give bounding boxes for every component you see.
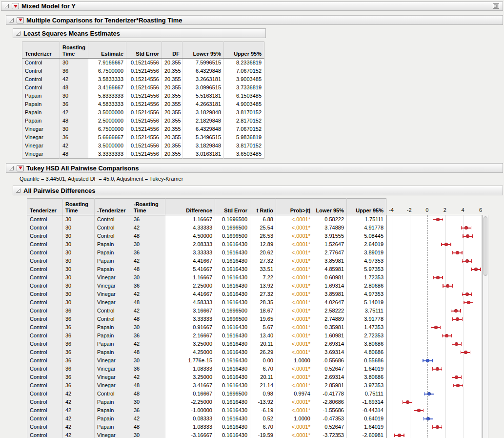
table-row[interactable]: Control36Vinegar483.416670.161643021.14<… [27,381,386,390]
table-row[interactable]: Control307.91666670.1521455620.3557.5996… [22,59,264,67]
table-row[interactable]: Control36Vinegar423.250000.161643020.11<… [27,373,386,381]
disclosure-triangle-icon[interactable] [9,166,14,171]
vertical-scrollbar[interactable] [483,215,488,438]
axis-tick-label: 6 [479,207,482,213]
table-row[interactable]: Control42Vinegar30-3.166670.1616430-19.5… [27,431,386,438]
difference-marker[interactable] [467,301,470,304]
difference-marker[interactable] [427,392,431,396]
difference-marker[interactable] [398,434,401,437]
table-row[interactable]: Vinegar423.50000000.1521455620.3553.1829… [22,142,264,150]
table-row[interactable]: Control36Papain300.916670.16164305.67<.0… [27,323,386,332]
difference-marker[interactable] [445,334,448,337]
difference-marker[interactable] [426,359,429,362]
table-cell: 0.1616430 [215,365,250,373]
table-row[interactable]: Control36Vinegar361.083330.16164306.70<.… [27,365,386,373]
table-cell: 42 [131,340,165,348]
window-layout-icon[interactable] [492,2,500,10]
table-row[interactable]: Vinegar365.66666670.1521455620.3555.3496… [22,133,264,142]
table-row[interactable]: Control30Vinegar484.583330.161643028.35<… [27,298,386,307]
table-row[interactable]: Papain364.58333330.1521455620.3554.26631… [22,100,264,108]
section-title: Least Squares Means Estimates [23,30,120,37]
red-triangle-menu-button[interactable] [17,17,24,23]
table-row[interactable]: Control423.58333330.1521455620.3553.2663… [22,75,264,83]
outline-header-mixed-model[interactable]: Mixed Model for Y [1,1,503,11]
difference-marker[interactable] [426,417,430,420]
table-row[interactable]: Papain305.83333330.1521455620.3555.51631… [22,92,264,100]
difference-marker[interactable] [465,259,469,263]
table-cell: 2.1829848 [182,117,224,125]
table-row[interactable]: Control36Vinegar301.776e-150.16164300.00… [27,356,386,365]
difference-marker[interactable] [446,284,449,288]
table-cell: 20.355 [162,142,182,150]
table-cell: 0.1616430 [215,265,250,273]
table-row[interactable]: Control30Control484.500000.169650026.53<… [27,232,386,240]
difference-marker[interactable] [464,351,467,354]
difference-marker[interactable] [456,317,459,321]
table-cell: 0.1616430 [215,249,250,257]
table-row[interactable]: Control36Papain362.166670.161643013.40<.… [27,332,386,340]
table-row[interactable]: Control30Papain424.416670.161643027.32<.… [27,257,386,265]
table-cell: 2.72353 [347,332,386,340]
table-row[interactable]: Control30Papain485.416670.161643033.51<.… [27,265,386,273]
difference-marker[interactable] [434,326,438,329]
outline-header-all-pairwise-differences[interactable]: All Pairwise Differences [13,186,503,195]
table-row[interactable]: Control30Vinegar362.250000.161643013.92<… [27,282,386,290]
table-row[interactable]: Control30Vinegar301.166670.16164307.22<.… [27,273,386,282]
disclosure-triangle-icon[interactable] [9,18,14,23]
difference-marker[interactable] [455,342,458,346]
outline-header-tukey-hsd[interactable]: Tukey HSD All Pairwise Comparisons [6,163,503,173]
red-triangle-menu-button[interactable] [17,165,24,171]
disclosure-triangle-icon[interactable] [4,3,9,9]
difference-marker[interactable] [454,309,458,313]
table-row[interactable]: Control30Control361.166670.16965006.88<.… [27,215,386,224]
difference-marker[interactable] [474,268,478,271]
table-row[interactable]: Control42Papain30-2.250000.1616430-13.92… [27,398,386,406]
difference-marker[interactable] [406,400,409,404]
table-row[interactable]: Control30Control424.333330.169650025.54<… [27,224,386,232]
table-row[interactable]: Control30Vinegar424.416670.161643027.32<… [27,290,386,298]
difference-marker[interactable] [417,409,421,412]
plot-area[interactable] [386,215,483,438]
scrollbar-thumb[interactable] [484,216,487,276]
table-row[interactable]: Control36Papain484.250000.161643026.29<.… [27,348,386,356]
difference-marker[interactable] [466,234,469,238]
ci-cap [443,284,444,288]
table-cell: 20.355 [162,83,182,92]
disclosure-triangle-icon[interactable] [16,188,21,193]
table-cell: 36 [60,100,88,108]
table-cell: Control [22,83,60,92]
difference-marker[interactable] [455,375,458,379]
difference-marker[interactable] [436,276,440,279]
table-row[interactable]: Vinegar306.75000000.1521455620.3556.4329… [22,125,264,133]
table-cell: 36 [63,365,95,373]
table-row[interactable]: Papain482.50000000.1521455620.3552.18298… [22,117,264,125]
table-row[interactable]: Control42Papain420.083330.16164300.521.0… [27,415,386,423]
table-cell: 2.16667 [165,332,215,340]
table-row[interactable]: Control366.75000000.1521455620.3556.4329… [22,67,264,75]
disclosure-triangle-icon[interactable] [16,31,21,36]
red-triangle-menu-button[interactable] [12,3,19,9]
difference-marker[interactable] [465,292,469,296]
table-cell: Papain [95,249,131,257]
table-row[interactable]: Control42Papain481.083330.16164306.70<.0… [27,423,386,431]
difference-marker[interactable] [436,218,440,221]
table-row[interactable]: Control42Control480.166670.16965000.980.… [27,390,386,398]
table-row[interactable]: Control42Papain36-1.000000.1616430-6.19<… [27,406,386,415]
outline-header-lsmeans[interactable]: Least Squares Means Estimates [13,28,266,38]
table-row[interactable]: Control36Control423.166670.169650018.67<… [27,307,386,315]
table-row[interactable]: Papain423.50000000.1521455620.3553.18298… [22,108,264,117]
ci-cap [452,284,453,288]
difference-marker[interactable] [464,226,468,229]
table-row[interactable]: Control30Papain363.333330.161643020.62<.… [27,249,386,257]
difference-marker[interactable] [456,384,460,387]
difference-marker[interactable] [444,243,448,246]
difference-marker[interactable] [456,251,459,254]
table-row[interactable]: Control36Control483.333330.169650019.65<… [27,315,386,323]
table-row[interactable]: Vinegar483.33333330.1521455620.3553.0163… [22,150,264,159]
table-row[interactable]: Control30Papain302.083330.161643012.89<.… [27,240,386,249]
difference-marker[interactable] [436,367,439,371]
table-row[interactable]: Control36Papain423.250000.161643020.11<.… [27,340,386,348]
outline-header-multiple-comparisons[interactable]: Multiple Comparisons for Tenderizer*Roas… [6,15,503,25]
table-row[interactable]: Control483.41666670.1521455620.3553.0996… [22,83,264,92]
difference-marker[interactable] [436,425,439,429]
